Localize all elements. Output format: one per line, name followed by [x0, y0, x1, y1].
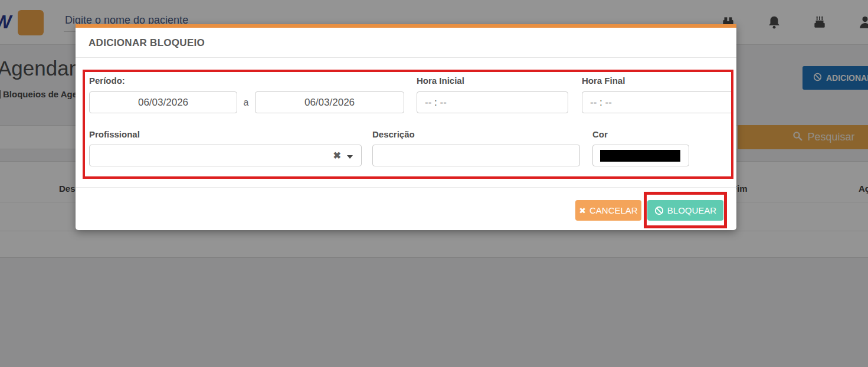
description-input[interactable]: [372, 145, 580, 166]
ban-icon: [654, 206, 664, 215]
period-separator: a: [237, 91, 255, 113]
chevron-down-icon: [347, 155, 353, 159]
block-button-label: BLOQUEAR: [667, 205, 716, 215]
period-start-input[interactable]: [89, 91, 237, 113]
end-time-input[interactable]: [582, 91, 733, 113]
x-icon: ✖: [579, 206, 586, 215]
professional-label: Profissional: [89, 129, 140, 139]
block-button[interactable]: BLOQUEAR: [647, 200, 723, 221]
period-end-input[interactable]: [255, 91, 404, 113]
modal-footer-divider: [76, 187, 736, 188]
period-label: Período:: [89, 76, 125, 86]
add-block-modal: ADICIONAR BLOQUEIO Período: a Hora Inici…: [76, 24, 736, 230]
start-time-label: Hora Inicial: [417, 76, 464, 86]
end-time-label: Hora Final: [582, 76, 625, 86]
app-window: W Agendamento Bloqueios de Agenda: [0, 0, 868, 367]
professional-select[interactable]: ✖: [89, 145, 362, 166]
start-time-input[interactable]: [417, 91, 568, 113]
description-label: Descrição: [372, 129, 415, 139]
modal-header: ADICIONAR BLOQUEIO: [76, 28, 736, 58]
color-picker-input[interactable]: [592, 145, 689, 166]
cancel-button-label: CANCELAR: [589, 205, 638, 215]
color-swatch: [600, 150, 680, 162]
modal-title: ADICIONAR BLOQUEIO: [89, 37, 205, 49]
color-label: Cor: [592, 129, 608, 139]
cancel-button[interactable]: ✖ CANCELAR: [575, 200, 641, 221]
clear-icon[interactable]: ✖: [333, 150, 341, 161]
